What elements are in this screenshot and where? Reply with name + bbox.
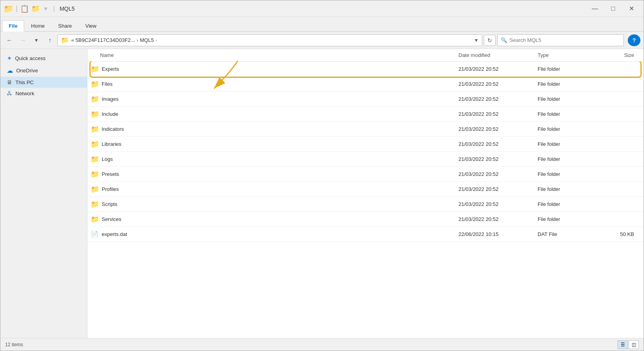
indicators-date: 21/03/2022 20:52 [458,126,538,132]
files-folder-icon: 📁 [91,80,102,89]
filelist-body: 📁 Experts 21/03/2022 20:52 File folder 📁… [87,62,644,338]
libraries-name: Libraries [102,141,458,147]
libraries-folder-icon: 📁 [91,140,102,149]
indicators-type: File folder [538,126,601,132]
include-type: File folder [538,111,601,117]
file-row-images[interactable]: 📁 Images 21/03/2022 20:52 File folder [87,92,644,107]
tab-file[interactable]: File [2,20,24,32]
experts-dat-date: 22/06/2022 10:15 [458,231,538,237]
window-title: MQL5 [60,6,75,12]
col-header-size[interactable]: Size [601,52,640,58]
address-box[interactable]: 📁 « 5B9C24F117C34D03F2... › MQL5 › ▼ [57,34,482,46]
file-row-scripts[interactable]: 📁 Scripts 21/03/2022 20:52 File folder [87,197,644,212]
experts-name: Experts [102,66,458,72]
file-row-profiles[interactable]: 📁 Profiles 21/03/2022 20:52 File folder [87,182,644,197]
file-row-logs[interactable]: 📁 Logs 21/03/2022 20:52 File folder [87,152,644,167]
view-large-icon-button[interactable]: ◫ [629,340,639,349]
search-icon: 🔍 [501,37,507,43]
experts-date: 21/03/2022 20:52 [458,66,538,72]
experts-dat-name: experts.dat [102,231,458,237]
sidebar-item-onedrive[interactable]: ☁ OneDrive [0,64,87,77]
ribbon: File Home Share View [0,17,644,32]
address-folder-icon: 📁 [61,36,69,44]
experts-row-wrapper: 📁 Experts 21/03/2022 20:52 File folder [87,62,644,77]
up-button[interactable]: ↑ [44,35,56,46]
scripts-date: 21/03/2022 20:52 [458,201,538,207]
sidebar-label-onedrive: OneDrive [16,68,38,74]
sidebar-item-quick-access[interactable]: ✦ Quick access [0,52,87,64]
refresh-button[interactable]: ↻ [484,35,496,46]
close-button[interactable]: ✕ [622,2,640,15]
file-row-experts[interactable]: 📁 Experts 21/03/2022 20:52 File folder [87,62,644,77]
help-button[interactable]: ? [628,34,640,46]
images-folder-icon: 📁 [91,95,102,104]
sidebar: ✦ Quick access ☁ OneDrive 🖥 This PC 🖧 Ne… [0,49,87,338]
address-dropdown-btn[interactable]: ▼ [474,38,479,43]
file-row-include[interactable]: 📁 Include 21/03/2022 20:52 File folder [87,107,644,122]
items-count: 12 items [5,342,23,347]
file-row-presets[interactable]: 📁 Presets 21/03/2022 20:52 File folder [87,167,644,182]
sidebar-label-network: Network [15,91,34,96]
experts-dat-icon: 📄 [91,230,102,238]
services-name: Services [102,216,458,222]
quick-access-icon: ✦ [7,55,12,62]
col-header-name[interactable]: Name [91,52,458,58]
main-area: ✦ Quick access ☁ OneDrive 🖥 This PC 🖧 Ne… [0,49,644,338]
sidebar-label-quick-access: Quick access [15,55,45,61]
address-prefix: « 5B9C24F117C34D03F2... [71,37,135,43]
minimize-button[interactable]: — [586,2,604,15]
filelist: Name Date modified Type Size 📁 Experts 2… [87,49,644,338]
sidebar-item-network[interactable]: 🖧 Network [0,88,87,99]
titlebar-separator: | [53,5,55,12]
filelist-header: Name Date modified Type Size [87,49,644,62]
experts-dat-type: DAT File [538,231,601,237]
file-row-libraries[interactable]: 📁 Libraries 21/03/2022 20:52 File folder [87,137,644,152]
file-row-services[interactable]: 📁 Services 21/03/2022 20:52 File folder [87,212,644,227]
services-date: 21/03/2022 20:52 [458,216,538,222]
tab-share[interactable]: Share [51,20,79,32]
onedrive-icon: ☁ [7,67,13,74]
scripts-type: File folder [538,201,601,207]
filelist-container: Name Date modified Type Size 📁 Experts 2… [87,49,644,338]
images-name: Images [102,96,458,102]
restore-button[interactable]: □ [604,2,622,15]
view-buttons: ☰ ◫ [617,340,639,349]
titlebar: 📁 | 📋 📁 ▼ | MQL5 — □ ✕ [0,0,644,17]
logs-folder-icon: 📁 [91,155,102,164]
sidebar-item-thispc[interactable]: 🖥 This PC [0,77,87,88]
thispc-icon: 🖥 [7,79,12,85]
experts-dat-size: 50 KB [601,231,640,237]
file-row-indicators[interactable]: 📁 Indicators 21/03/2022 20:52 File folde… [87,122,644,137]
experts-folder-icon: 📁 [91,65,102,74]
services-type: File folder [538,216,601,222]
experts-type: File folder [538,66,601,72]
presets-folder-icon: 📁 [91,170,102,179]
file-row-files[interactable]: 📁 Files 21/03/2022 20:52 File folder [87,77,644,92]
dropdown-button[interactable]: ▼ [30,35,42,46]
titlebar-arrow-icon: ▼ [43,6,49,12]
include-date: 21/03/2022 20:52 [458,111,538,117]
logs-type: File folder [538,156,601,162]
files-date: 21/03/2022 20:52 [458,81,538,87]
scripts-name: Scripts [102,201,458,207]
titlebar-icons: 📁 | 📋 📁 ▼ [4,4,49,13]
sidebar-label-thispc: This PC [15,79,34,85]
forward-button[interactable]: → [17,35,29,46]
tab-home[interactable]: Home [24,20,51,32]
indicators-name: Indicators [102,126,458,132]
col-header-date[interactable]: Date modified [458,52,538,58]
files-type: File folder [538,81,601,87]
titlebar-divider: | [16,4,18,13]
statusbar: 12 items ☰ ◫ [0,338,644,351]
col-header-type[interactable]: Type [538,52,601,58]
search-input[interactable] [510,37,620,43]
file-row-experts-dat[interactable]: 📄 experts.dat 22/06/2022 10:15 DAT File … [87,227,644,242]
tab-view[interactable]: View [79,20,103,32]
search-box[interactable]: 🔍 [497,34,624,46]
titlebar-folder-icon: 📁 [4,4,13,13]
view-details-button[interactable]: ☰ [617,340,628,349]
back-button[interactable]: ← [4,35,15,46]
titlebar-controls: — □ ✕ [586,2,640,15]
services-folder-icon: 📁 [91,215,102,224]
include-folder-icon: 📁 [91,110,102,119]
